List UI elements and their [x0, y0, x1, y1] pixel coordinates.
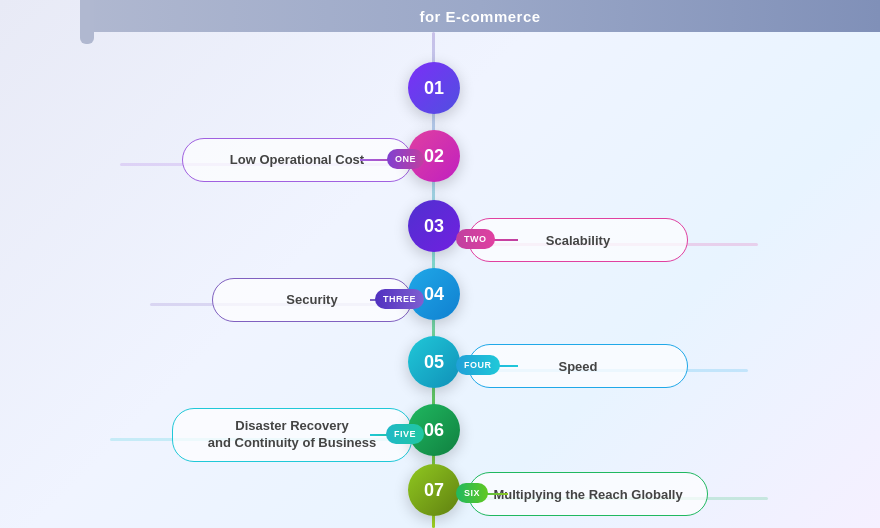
node-01: 01 [408, 62, 460, 114]
item6-text: Multiplying the Reach Globally [493, 487, 682, 502]
tag-item1: ONE [387, 149, 424, 169]
header-title: for E-commerce [419, 8, 540, 25]
item4-text: Speed [558, 359, 597, 374]
tag-item2: TWO [456, 229, 495, 249]
node-03: 03 [408, 200, 460, 252]
node-05: 05 [408, 336, 460, 388]
header-bar: for E-commerce [80, 0, 880, 32]
item5-text: Disaster Recovery and Continuity of Busi… [208, 418, 376, 452]
tag-item4: FOUR [456, 355, 500, 375]
item1-text: Low Operational Cost [230, 152, 364, 169]
left-bar-decoration [80, 0, 94, 44]
tag-item3: THREE [375, 289, 424, 309]
tag-item5: FIVE [386, 424, 424, 444]
tag-item6: SIX [456, 483, 488, 503]
item3-text: Security [286, 292, 337, 309]
node-07: 07 [408, 464, 460, 516]
item2-text: Scalability [546, 233, 610, 248]
